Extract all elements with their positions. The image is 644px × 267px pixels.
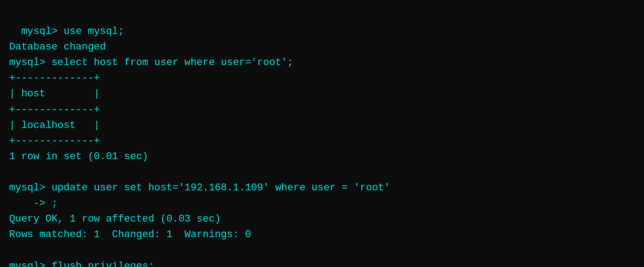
line-13: Query OK, 1 row affected (0.03 sec): [9, 213, 221, 225]
line-7: | localhost |: [9, 120, 100, 131]
line-3: mysql> select host from user where user=…: [9, 57, 294, 68]
line-12: -> ;: [9, 198, 58, 209]
line-11: mysql> update user set host='192.168.1.1…: [9, 182, 390, 194]
line-1: mysql> use mysql;: [21, 26, 124, 37]
line-8: +-------------+: [9, 135, 100, 147]
line-4: +-------------+: [9, 72, 100, 84]
line-2: Database changed: [9, 41, 106, 53]
terminal-content: mysql> use mysql; Database changed mysql…: [9, 26, 390, 267]
terminal-window[interactable]: mysql> use mysql; Database changed mysql…: [0, 0, 644, 267]
line-6: +-------------+: [9, 104, 100, 116]
line-16: mysql> flush privileges;: [9, 261, 154, 267]
line-9: 1 row in set (0.01 sec): [9, 151, 148, 162]
line-5: | host |: [9, 88, 100, 100]
line-14: Rows matched: 1 Changed: 1 Warnings: 0: [9, 229, 251, 240]
